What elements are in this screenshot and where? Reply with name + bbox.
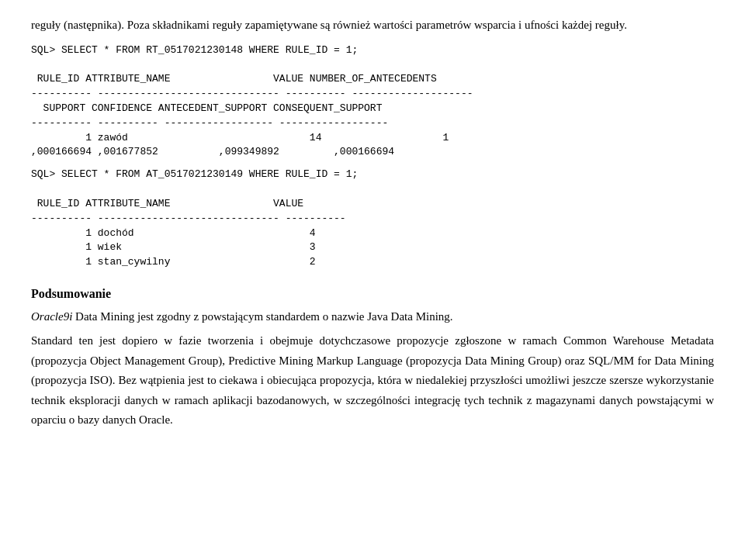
paragraph-1: Oracle9i Data Mining jest zgodny z powst… bbox=[31, 307, 714, 327]
sql-code-block-1: SQL> SELECT * FROM RT_0517021230148 WHER… bbox=[31, 43, 714, 161]
intro-paragraph: reguły (następnika). Poza składnikami re… bbox=[31, 16, 714, 36]
sql-code-block-2: SQL> SELECT * FROM AT_0517021230149 WHER… bbox=[31, 168, 714, 270]
para1-suffix: Data Mining jest zgodny z powstającym st… bbox=[72, 310, 452, 323]
oracle9i-label: Oracle9i bbox=[31, 310, 72, 323]
paragraph-2: Standard ten jest dopiero w fazie tworze… bbox=[31, 331, 714, 430]
section-heading: Podsumowanie bbox=[31, 284, 714, 304]
